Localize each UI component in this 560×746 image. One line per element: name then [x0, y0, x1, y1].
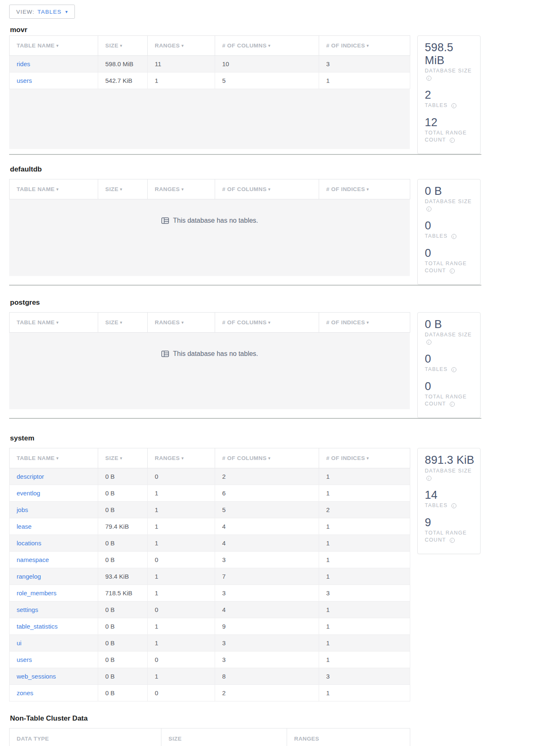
table-name-link[interactable]: web_sessions [17, 673, 56, 680]
sort-desc-icon: ▼ [56, 44, 59, 48]
table-name-link[interactable]: zones [17, 689, 33, 696]
sort-desc-icon: ▼ [366, 44, 369, 48]
column-header-table-name[interactable]: TABLE NAME▼ [10, 448, 98, 468]
cell-value: 1 [148, 635, 215, 652]
stat-label: DATABASE SIZE i [425, 67, 476, 82]
info-icon[interactable]: i [426, 476, 431, 481]
stat-value: 0 [425, 247, 476, 260]
table-name-link[interactable]: jobs [17, 506, 28, 513]
column-header-table-name[interactable]: TABLE NAME▼ [10, 179, 98, 199]
column-header-of-columns[interactable]: # OF COLUMNS▼ [215, 179, 319, 199]
stat-database-size: 0 B DATABASE SIZE i [425, 318, 476, 346]
column-header-size[interactable]: SIZE▼ [98, 313, 148, 333]
database-tables-table: TABLE NAME▼SIZE▼RANGES▼# OF COLUMNS▼# OF… [9, 448, 410, 701]
table-name-link[interactable]: users [17, 656, 32, 663]
column-header-label: RANGES [155, 319, 180, 326]
section-filler [9, 375, 410, 409]
info-icon[interactable]: i [451, 503, 456, 508]
sort-desc-icon: ▼ [268, 456, 271, 460]
stat-label: TOTAL RANGE COUNT i [425, 129, 476, 144]
table-name-link[interactable]: settings [17, 606, 38, 613]
column-header-of-columns[interactable]: # OF COLUMNS▼ [215, 313, 319, 333]
info-icon[interactable]: i [426, 340, 431, 345]
table-name-link[interactable]: namespace [17, 556, 49, 563]
column-header-size[interactable]: SIZE▼ [98, 36, 148, 56]
cell-value: 0 [148, 602, 215, 618]
cell-value: 1 [148, 502, 215, 518]
table-name-link[interactable]: role_members [17, 589, 57, 597]
column-header-label: # OF COLUMNS [222, 455, 267, 461]
table-name-link[interactable]: rides [17, 60, 30, 67]
table-row: table_statistics0 B191 [10, 618, 410, 635]
table-header-row: TABLE NAME▼SIZE▼RANGES▼# OF COLUMNS▼# OF… [10, 448, 410, 468]
cell-value: 1 [148, 618, 215, 635]
view-dropdown-label: VIEW: [16, 9, 35, 15]
column-header-ranges[interactable]: RANGES▼ [148, 179, 215, 199]
column-header-of-columns[interactable]: # OF COLUMNS▼ [215, 448, 319, 468]
cell-value: 5 [215, 502, 319, 518]
info-icon[interactable]: i [450, 269, 455, 274]
stat-value: 9 [425, 516, 476, 529]
sort-desc-icon: ▼ [366, 321, 369, 325]
table-name-link[interactable]: rangelog [17, 573, 41, 580]
table-name-link[interactable]: descriptor [17, 473, 44, 480]
cell-value: 1 [319, 618, 410, 635]
table-name-link[interactable]: locations [17, 540, 41, 547]
column-header-size[interactable]: SIZE▼ [98, 448, 148, 468]
view-mode-dropdown[interactable]: VIEW: TABLES ▾ [9, 5, 75, 19]
info-icon[interactable]: i [451, 103, 456, 108]
column-header-label: # OF INDICES [326, 186, 365, 192]
column-header-table-name[interactable]: TABLE NAME▼ [10, 313, 98, 333]
column-header-of-indices[interactable]: # OF INDICES▼ [319, 179, 410, 199]
table-row: ui0 B131 [10, 635, 410, 652]
cell-value: 1 [319, 568, 410, 585]
info-icon[interactable]: i [426, 206, 431, 211]
column-header-label: # OF INDICES [326, 455, 365, 461]
cell-value: 4 [215, 518, 319, 535]
column-header-ranges[interactable]: RANGES▼ [148, 448, 215, 468]
cell-value: 3 [319, 56, 410, 72]
column-header-of-columns[interactable]: # OF COLUMNS▼ [215, 36, 319, 56]
info-icon[interactable]: i [426, 76, 431, 81]
column-header-label: SIZE [105, 319, 119, 326]
column-header-size[interactable]: SIZE▼ [98, 179, 148, 199]
table-row: rides598.0 MiB11103 [10, 56, 410, 72]
sort-desc-icon: ▼ [56, 321, 59, 325]
info-icon[interactable]: i [450, 538, 455, 543]
column-header-table-name[interactable]: TABLE NAME▼ [10, 36, 98, 56]
cell-name: eventlog [10, 485, 98, 502]
column-header-ranges[interactable]: RANGES▼ [148, 36, 215, 56]
table-name-link[interactable]: ui [17, 639, 22, 647]
info-icon[interactable]: i [450, 138, 455, 143]
non-table-header-row: DATA TYPESIZERANGES [10, 729, 410, 746]
table-name-link[interactable]: eventlog [17, 490, 40, 497]
table-name-link[interactable]: lease [17, 523, 32, 530]
info-icon[interactable]: i [451, 234, 456, 239]
table-name-link[interactable]: table_statistics [17, 623, 57, 630]
cell-value: 2 [319, 502, 410, 518]
stat-table-count: 0 TABLES i [425, 219, 476, 240]
column-header-ranges[interactable]: RANGES▼ [148, 313, 215, 333]
chevron-down-icon: ▾ [65, 10, 68, 14]
sort-desc-icon: ▼ [119, 187, 123, 191]
stat-label: TOTAL RANGE COUNT i [425, 393, 476, 408]
database-stats-panel: 0 B DATABASE SIZE i 0 TABLES i 0 TOTAL R… [417, 312, 481, 418]
info-icon[interactable]: i [451, 367, 456, 372]
database-summary-content: TABLE NAME▼SIZE▼RANGES▼# OF COLUMNS▼# OF… [9, 179, 481, 285]
cell-value: 1 [319, 652, 410, 668]
column-header-of-indices[interactable]: # OF INDICES▼ [319, 36, 410, 56]
column-header-of-indices[interactable]: # OF INDICES▼ [319, 313, 410, 333]
cell-value: 3 [319, 668, 410, 685]
cell-value: 2 [215, 685, 319, 701]
cell-value: 1 [319, 485, 410, 502]
database-summary-content: TABLE NAME▼SIZE▼RANGES▼# OF COLUMNS▼# OF… [9, 35, 481, 154]
sort-desc-icon: ▼ [268, 44, 271, 48]
info-icon[interactable]: i [450, 402, 455, 407]
cell-value: 10 [215, 56, 319, 72]
table-name-link[interactable]: users [17, 77, 32, 84]
cell-name: descriptor [10, 468, 98, 485]
stat-label: DATABASE SIZE i [425, 198, 476, 212]
column-header-of-indices[interactable]: # OF INDICES▼ [319, 448, 410, 468]
column-header-label: TABLE NAME [17, 319, 55, 326]
cell-name: rides [10, 56, 98, 72]
